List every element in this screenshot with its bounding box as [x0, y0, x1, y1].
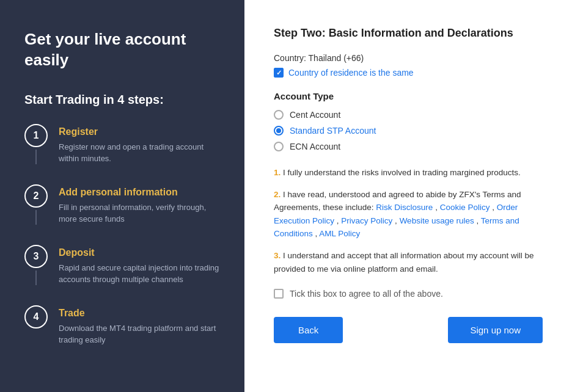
decl-3-text: I understand and accept that all informa…	[274, 251, 534, 274]
step-left-2: 2	[24, 184, 48, 225]
radio-standard-outer[interactable]	[274, 126, 284, 136]
radio-cent-label: Cent Account	[290, 110, 340, 120]
declaration-3: 3. I understand and accept that all info…	[274, 249, 543, 275]
agree-label: Tick this box to agree to all of the abo…	[290, 289, 443, 299]
steps-list: 1 Register Register now and open a tradi…	[24, 124, 220, 346]
account-type-group: Cent Account Standard STP Account ECN Ac…	[274, 110, 543, 151]
step-line-2	[35, 210, 37, 225]
radio-standard-label: Standard STP Account	[290, 126, 376, 136]
step-number-1: 1	[24, 124, 48, 147]
residence-checkbox-row[interactable]: Country of residence is the same	[274, 68, 543, 78]
step-left-4: 4	[24, 305, 48, 328]
residence-label: Country of residence is the same	[288, 68, 414, 78]
decl-3-num: 3.	[274, 251, 283, 260]
step-desc-2: Fill in personal information, verify thr…	[59, 201, 220, 225]
decl-1-text: I fully understand the risks involved in…	[283, 168, 521, 177]
buttons-row: Back Sign up now	[274, 317, 543, 343]
step-item-1: 1 Register Register now and open a tradi…	[24, 124, 220, 184]
step-content-4: Trade Download the MT4 trading platform …	[59, 305, 220, 346]
account-type-label: Account Type	[274, 91, 543, 101]
declarations-section: 1. I fully understand the risks involved…	[274, 166, 543, 275]
step-desc-3: Rapid and secure capital injection into …	[59, 262, 220, 286]
decl-1-num: 1.	[274, 168, 283, 177]
step-left-1: 1	[24, 124, 48, 164]
radio-ecn-outer[interactable]	[274, 142, 284, 151]
residence-checkbox[interactable]	[274, 68, 284, 78]
declaration-1: 1. I fully understand the risks involved…	[274, 166, 543, 180]
radio-ecn[interactable]: ECN Account	[274, 142, 543, 151]
back-button[interactable]: Back	[274, 317, 343, 343]
link-risk-disclosure[interactable]: Risk Disclosure	[376, 203, 433, 212]
agree-checkbox[interactable]	[274, 289, 284, 299]
link-cookie-policy[interactable]: Cookie Policy	[440, 203, 490, 212]
radio-standard-inner	[276, 128, 281, 133]
step-number-2: 2	[24, 184, 48, 208]
step-content-2: Add personal information Fill in persona…	[59, 184, 220, 225]
country-line: Country: Thailand (+66)	[274, 53, 543, 63]
right-panel: Step Two: Basic Information and Declarat…	[244, 0, 572, 392]
step-content-1: Register Register now and open a trading…	[59, 124, 220, 165]
declaration-2: 2. I have read, understood and agreed to…	[274, 188, 543, 241]
page-title: Step Two: Basic Information and Declarat…	[274, 27, 543, 40]
step-number-3: 3	[24, 245, 48, 268]
step-desc-1: Register now and open a trading account …	[59, 141, 220, 165]
step-left-3: 3	[24, 245, 48, 285]
link-aml-policy[interactable]: AML Policy	[319, 229, 360, 238]
steps-subheadline: Start Trading in 4 steps:	[24, 93, 220, 107]
link-website-usage[interactable]: Website usage rules	[400, 216, 474, 225]
step-item-3: 3 Deposit Rapid and secure capital injec…	[24, 245, 220, 305]
step-title-1: Register	[59, 126, 220, 137]
decl-2-num: 2.	[274, 190, 283, 199]
step-item-2: 2 Add personal information Fill in perso…	[24, 184, 220, 245]
step-title-2: Add personal information	[59, 187, 220, 198]
radio-ecn-label: ECN Account	[290, 142, 340, 151]
agree-row[interactable]: Tick this box to agree to all of the abo…	[274, 289, 543, 299]
step-item-4: 4 Trade Download the MT4 trading platfor…	[24, 305, 220, 346]
radio-standard[interactable]: Standard STP Account	[274, 126, 543, 136]
step-title-3: Deposit	[59, 247, 220, 258]
step-line-1	[35, 150, 37, 164]
step-number-4: 4	[24, 305, 48, 328]
radio-cent-outer[interactable]	[274, 110, 284, 120]
main-headline: Get your live account easily	[24, 29, 220, 71]
step-desc-4: Download the MT4 trading platform and st…	[59, 322, 220, 346]
radio-cent[interactable]: Cent Account	[274, 110, 543, 120]
step-content-3: Deposit Rapid and secure capital injecti…	[59, 245, 220, 286]
signup-button[interactable]: Sign up now	[448, 317, 543, 343]
left-panel: Get your live account easily Start Tradi…	[0, 0, 244, 392]
step-title-4: Trade	[59, 308, 220, 319]
step-line-3	[35, 270, 37, 285]
link-privacy-policy[interactable]: Privacy Policy	[341, 216, 392, 225]
